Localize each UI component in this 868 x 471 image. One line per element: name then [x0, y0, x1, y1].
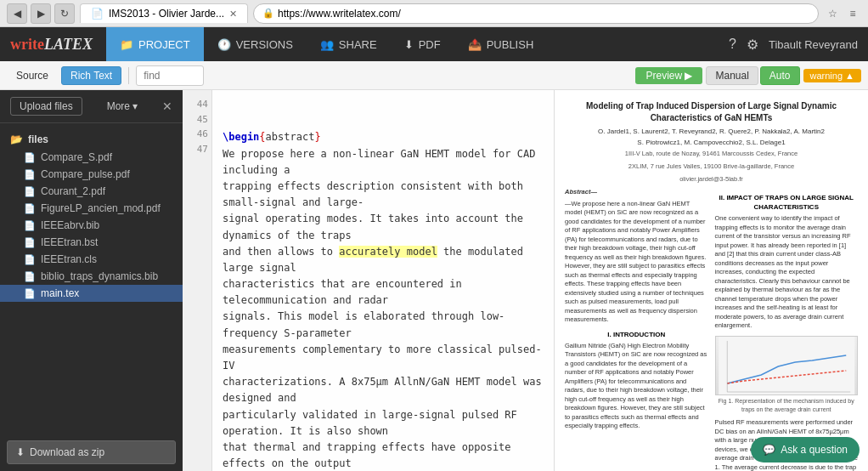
chevron-down-icon: ▾ — [132, 100, 138, 112]
pdf-file-icon: 📄 — [24, 152, 36, 163]
ask-question-button[interactable]: 💬 Ask a question — [751, 437, 860, 462]
file-item-compare-pulse[interactable]: 📄 Compare_pulse.pdf — [0, 166, 183, 183]
settings-icon[interactable]: ⚙ — [747, 37, 758, 53]
view-tabs: Manual Auto — [706, 66, 799, 85]
pdf-icon: ⬇ — [404, 38, 414, 51]
pdf-file-icon: 📄 — [24, 169, 36, 180]
file-item-ieeeabrv[interactable]: 📄 IEEEabrv.bib — [0, 217, 183, 234]
editor-line-5: characteristics that are encountered in … — [223, 276, 544, 309]
file-tree: 📂 files 📄 Compare_S.pdf 📄 Compare_pulse.… — [0, 123, 183, 434]
preview-columns: Abstract— —We propose here a non-linear … — [565, 188, 858, 471]
folder-open-icon: 📂 — [10, 133, 23, 145]
preview-area: Modeling of Trap Induced Dispersion of L… — [554, 90, 868, 471]
people-icon: 👥 — [320, 38, 334, 51]
file-item-ieeetran-cls[interactable]: 📄 IEEEtran.cls — [0, 251, 183, 268]
line-numbers: 44 45 46 47 — [183, 90, 212, 471]
editor-line-1: We propose here a non-linear GaN HEMT mo… — [223, 146, 544, 179]
find-input[interactable] — [136, 65, 204, 86]
svg-rect-0 — [719, 337, 854, 395]
help-icon[interactable]: ? — [729, 37, 736, 52]
tab-close-button[interactable]: ✕ — [229, 9, 237, 20]
preview-figure-caption: Fig 1. Representation of the mechanism i… — [715, 397, 859, 414]
preview-col-right: II. IMPACT OF TRAPS ON LARGE SIGNAL CHAR… — [715, 188, 859, 471]
manual-view-tab[interactable]: Manual — [706, 66, 758, 85]
source-tab[interactable]: Source — [7, 66, 58, 85]
file-item-courant[interactable]: 📄 Courant_2.pdf — [0, 183, 183, 200]
pdf-file-icon: 📄 — [24, 186, 36, 197]
sidebar-close-button[interactable]: ✕ — [162, 99, 172, 113]
nav-buttons: ◀ ▶ ↻ — [7, 3, 75, 24]
cls-file-icon: 📄 — [24, 254, 36, 265]
file-item-main-tex[interactable]: 📄 main.tex — [0, 285, 183, 302]
editor-line-9: particularly validated in large-signal p… — [223, 407, 544, 440]
preview-figure: Fig 1. Representation of the mechanism i… — [715, 336, 859, 414]
editor-line-empty-1 — [223, 97, 544, 113]
bookmark-icon[interactable]: ☆ — [824, 5, 841, 22]
address-bar[interactable]: 🔒 https://www.writelatex.com/ — [253, 3, 819, 24]
preview-title: Modeling of Trap Induced Dispersion of L… — [565, 100, 858, 124]
browser-bar: ◀ ▶ ↻ 📄 IMS2013 - Olivier Jarde... ✕ 🔒 h… — [0, 0, 868, 27]
editor-line-10: that thermal and trapping effects have o… — [223, 440, 544, 471]
preview-authors: O. Jardel1, S. Laurent2, T. Reveyrand2, … — [565, 128, 858, 135]
editor-line-2: trapping effects description consistent … — [223, 179, 544, 211]
editor-line-7: measurements complementary to more class… — [223, 342, 544, 374]
file-item-figurelp[interactable]: 📄 FigureLP_ancien_mod.pdf — [0, 200, 183, 217]
refresh-button[interactable]: ↻ — [54, 3, 75, 24]
logo-latex: LATEX — [44, 36, 93, 53]
project-nav-button[interactable]: 📁 PROJECT — [106, 27, 204, 61]
download-zip-button[interactable]: ⬇ Download as zip — [7, 440, 176, 464]
publish-icon: 📤 — [468, 38, 482, 51]
more-button[interactable]: More ▾ — [107, 100, 138, 112]
preview-affiliation1: 1III-V Lab, route de Nozay, 91461 Marcou… — [565, 150, 858, 157]
user-name: Tibault Reveyrand — [769, 38, 858, 51]
app-header: writeLATEX 📁 PROJECT 🕐 VERSIONS 👥 SHARE … — [0, 27, 868, 61]
files-folder: 📂 files — [0, 130, 183, 149]
tex-file-icon: 📄 — [24, 288, 36, 299]
editor-line-3: signal operating modes. It takes into ac… — [223, 211, 544, 243]
versions-nav-button[interactable]: 🕐 VERSIONS — [204, 27, 307, 61]
editor-line-4: and then allows to accurately model the … — [223, 244, 544, 276]
logo-write: write — [10, 36, 44, 53]
sidebar: Upload files More ▾ ✕ 📂 files 📄 Compare_… — [0, 90, 183, 471]
preview-section1-text: One convenient way to identify the impac… — [715, 214, 859, 331]
rich-text-tab[interactable]: Rich Text — [61, 66, 121, 85]
back-button[interactable]: ◀ — [7, 3, 27, 24]
menu-icon[interactable]: ≡ — [844, 5, 861, 22]
main-content: Upload files More ▾ ✕ 📂 files 📄 Compare_… — [0, 90, 868, 471]
browser-tab[interactable]: 📄 IMS2013 - Olivier Jarde... ✕ — [80, 3, 248, 23]
editor-area: 44 45 46 47 \begin{abstract} We propose … — [183, 90, 554, 471]
editor-line-empty-2 — [223, 113, 544, 129]
preview-section2-label: II. IMPACT OF TRAPS ON LARGE SIGNAL CHAR… — [715, 193, 859, 212]
warning-badge[interactable]: warning ▲ — [803, 69, 861, 82]
bib-file-icon: 📄 — [24, 220, 36, 231]
editor-line-8: characterizations. A 8x75µm AllnN/GaN HE… — [223, 374, 544, 406]
upload-files-button[interactable]: Upload files — [10, 97, 82, 116]
file-item-ieeetran-bst[interactable]: 📄 IEEEtran.bst — [0, 234, 183, 251]
pdf-nav-button[interactable]: ⬇ PDF — [391, 27, 454, 61]
header-nav: 📁 PROJECT 🕐 VERSIONS 👥 SHARE ⬇ PDF 📤 PUB… — [106, 27, 547, 61]
editor-text[interactable]: \begin{abstract} We propose here a non-l… — [212, 90, 554, 471]
preview-authors2: S. Piotrowicz1, M. Campovecchio2, S.L. D… — [565, 139, 858, 146]
preview-section1-label: I. INTRODUCTION — [565, 330, 708, 339]
toolbar-divider-1 — [128, 67, 129, 84]
chat-icon: 💬 — [763, 444, 775, 456]
auto-view-tab[interactable]: Auto — [760, 66, 800, 85]
app-logo: writeLATEX — [10, 36, 93, 54]
address-text: https://www.writelatex.com/ — [278, 8, 401, 20]
forward-button[interactable]: ▶ — [31, 3, 51, 24]
file-item-biblio[interactable]: 📄 biblio_traps_dynamics.bib — [0, 268, 183, 285]
preview-figure-image — [715, 336, 859, 395]
sidebar-header: Upload files More ▾ ✕ — [0, 90, 183, 123]
download-icon: ⬇ — [16, 446, 25, 458]
tab-title: IMS2013 - Olivier Jarde... — [109, 8, 224, 20]
publish-nav-button[interactable]: 📤 PUBLISH — [454, 27, 548, 61]
preview-abstract-text: —We propose here a non-linear GaN HEMT m… — [565, 200, 708, 325]
ssl-lock-icon: 🔒 — [262, 8, 274, 19]
editor-line-6: signals. This model is elaborated throug… — [223, 309, 544, 341]
file-item-compare-s[interactable]: 📄 Compare_S.pdf — [0, 149, 183, 166]
preview-button[interactable]: Preview ▶ — [635, 67, 702, 84]
preview-email: olivier.jardel@3-5lab.fr — [565, 175, 858, 183]
preview-affiliation2: 2XLIM, 7 rue Jules Valles, 19100 Brive-l… — [565, 162, 858, 170]
header-right: ? ⚙ Tibault Reveyrand — [729, 37, 858, 53]
share-nav-button[interactable]: 👥 SHARE — [307, 27, 391, 61]
